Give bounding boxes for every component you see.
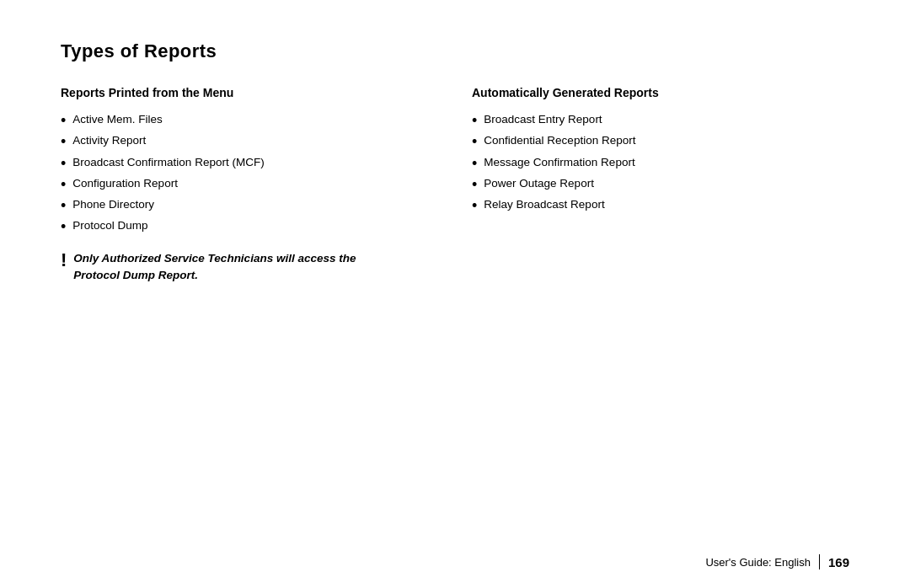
list-item-text: Message Confirmation Report xyxy=(484,154,634,171)
footer: User's Guide: English 169 xyxy=(705,554,849,569)
right-bullet-list: • Broadcast Entry Report • Confidential … xyxy=(472,111,849,213)
bullet-icon: • xyxy=(61,113,66,128)
two-col-layout: Reports Printed from the Menu • Active M… xyxy=(61,86,849,284)
list-item-text: Phone Directory xyxy=(72,196,154,213)
bullet-icon: • xyxy=(472,113,477,128)
bullet-icon: • xyxy=(472,156,477,171)
list-item: • Broadcast Entry Report xyxy=(472,111,849,128)
right-column: Automatically Generated Reports • Broadc… xyxy=(472,86,849,228)
list-item: • Broadcast Confirmation Report (MCF) xyxy=(61,154,438,171)
notice-line-2: Protocol Dump Report. xyxy=(73,269,198,281)
list-item-text: Activity Report xyxy=(72,132,146,149)
footer-divider xyxy=(819,554,820,569)
list-item-text: Confidential Reception Report xyxy=(484,132,635,149)
list-item: • Relay Broadcast Report xyxy=(472,196,849,213)
list-item: • Configuration Report xyxy=(61,175,438,192)
bullet-icon: • xyxy=(61,198,66,213)
page-container: Types of Reports Reports Printed from th… xyxy=(0,0,910,588)
footer-label: User's Guide: English xyxy=(705,556,811,569)
bullet-icon: • xyxy=(472,177,477,192)
footer-page-number: 169 xyxy=(828,555,849,569)
left-bullet-list: • Active Mem. Files • Activity Report • … xyxy=(61,111,438,235)
list-item: • Power Outage Report xyxy=(472,175,849,192)
list-item-text: Relay Broadcast Report xyxy=(484,196,604,213)
list-item-text: Protocol Dump xyxy=(72,217,147,234)
bullet-icon: • xyxy=(472,134,477,149)
notice-line-1: Only Authorized Service Technicians will… xyxy=(73,252,356,265)
right-section-heading: Automatically Generated Reports xyxy=(472,86,849,99)
list-item-text: Broadcast Entry Report xyxy=(484,111,602,128)
notice-icon: ! xyxy=(61,251,67,270)
list-item: • Phone Directory xyxy=(61,196,438,213)
list-item-text: Configuration Report xyxy=(72,175,178,192)
notice-block: ! Only Authorized Service Technicians wi… xyxy=(61,250,438,285)
list-item: • Protocol Dump xyxy=(61,217,438,234)
left-column: Reports Printed from the Menu • Active M… xyxy=(61,86,438,284)
page-title: Types of Reports xyxy=(61,40,849,62)
list-item: • Activity Report xyxy=(61,132,438,149)
list-item: • Confidential Reception Report xyxy=(472,132,849,149)
list-item-text: Broadcast Confirmation Report (MCF) xyxy=(72,154,264,171)
list-item-text: Active Mem. Files xyxy=(72,111,163,128)
bullet-icon: • xyxy=(61,177,66,192)
list-item-text: Power Outage Report xyxy=(484,175,594,192)
left-section-heading: Reports Printed from the Menu xyxy=(61,86,438,99)
bullet-icon: • xyxy=(61,219,66,234)
list-item: • Message Confirmation Report xyxy=(472,154,849,171)
notice-text: Only Authorized Service Technicians will… xyxy=(73,250,356,285)
bullet-icon: • xyxy=(472,198,477,213)
list-item: • Active Mem. Files xyxy=(61,111,438,128)
bullet-icon: • xyxy=(61,134,66,149)
bullet-icon: • xyxy=(61,156,66,171)
